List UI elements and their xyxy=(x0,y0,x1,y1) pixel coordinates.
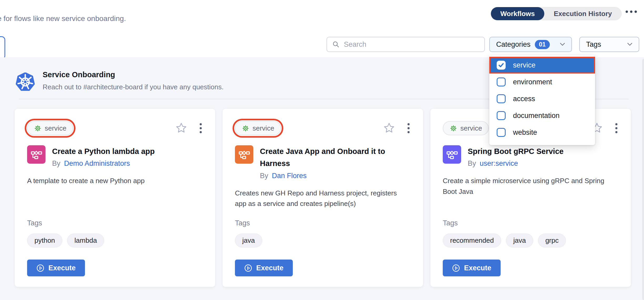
tags-filter-label: Tags xyxy=(586,40,601,49)
tab-workflows[interactable]: Workflows xyxy=(491,7,544,20)
workflow-icon xyxy=(443,145,461,164)
tab-execution-history[interactable]: Execution History xyxy=(544,7,621,20)
view-toggle: Workflows Execution History xyxy=(491,7,622,20)
checkbox[interactable] xyxy=(497,111,506,120)
section-title: Service Onboarding xyxy=(43,70,115,79)
vertical-scrollbar-thumb[interactable] xyxy=(642,59,644,300)
checkbox[interactable] xyxy=(497,128,506,137)
author-link[interactable]: Dan Flores xyxy=(272,172,307,180)
workflow-description: Create a simple microservice using gRPC … xyxy=(443,175,611,197)
byline-label: By xyxy=(260,172,268,180)
category-option-label: access xyxy=(513,95,535,103)
tags-label: Tags xyxy=(443,219,618,227)
chevron-down-icon xyxy=(621,43,632,46)
categories-filter-label: Categories xyxy=(496,40,531,49)
tag-chip[interactable]: java xyxy=(506,234,533,247)
tag-chip[interactable]: java xyxy=(235,234,262,247)
categories-dropdown: service environment access documentation… xyxy=(489,55,595,145)
execute-button-label: Execute xyxy=(48,264,76,272)
category-badge[interactable]: service xyxy=(27,121,73,135)
category-badge-label: service xyxy=(45,124,66,132)
workflow-title: Create a Python lambda app xyxy=(52,145,155,157)
search-icon xyxy=(332,41,340,48)
gear-icon xyxy=(34,125,42,132)
execute-button[interactable]: Execute xyxy=(27,260,85,276)
tag-row: recommendedjavagrpc xyxy=(443,234,618,247)
partial-left-button[interactable] xyxy=(0,36,5,59)
execute-button[interactable]: Execute xyxy=(443,260,501,276)
workflow-card: service xyxy=(15,109,215,287)
workflow-icon xyxy=(27,145,46,164)
workflow-card: service xyxy=(223,109,423,287)
search-box[interactable] xyxy=(326,37,485,52)
tag-chip[interactable]: python xyxy=(27,234,62,247)
play-circle-icon xyxy=(36,264,44,272)
tag-chip[interactable]: recommended xyxy=(443,234,501,247)
section-subtitle: Reach out to #architecture-board if you … xyxy=(43,83,224,91)
workflow-title: Spring Boot gRPC Service xyxy=(468,145,564,157)
execute-button[interactable]: Execute xyxy=(235,260,293,276)
tag-row: java xyxy=(235,234,411,247)
category-option-label: service xyxy=(513,61,536,69)
category-option[interactable]: access xyxy=(489,90,595,107)
workflow-icon xyxy=(235,145,253,164)
kebab-menu-icon[interactable] xyxy=(614,122,618,134)
category-option-label: website xyxy=(513,128,537,137)
execute-button-label: Execute xyxy=(256,264,284,272)
category-option[interactable]: environment xyxy=(489,74,595,90)
play-circle-icon xyxy=(244,264,252,272)
gear-icon xyxy=(242,125,249,132)
category-option-label: documentation xyxy=(513,112,560,120)
byline-label: By xyxy=(468,159,476,168)
tag-chip[interactable]: grpc xyxy=(538,234,566,247)
tag-row: pythonlambda xyxy=(27,234,203,247)
category-badge-wrap: service xyxy=(235,121,281,135)
workflow-title: Create Java App and Onboard it to Harnes… xyxy=(260,145,411,170)
page-subtitle-partial: e for flows like new service onboarding. xyxy=(0,14,126,23)
category-option[interactable]: service xyxy=(489,57,595,74)
byline-label: By xyxy=(52,159,61,168)
tags-filter-button[interactable]: Tags xyxy=(579,37,639,52)
checkbox[interactable] xyxy=(497,61,506,70)
tag-chip[interactable]: lambda xyxy=(67,234,104,247)
more-menu-icon[interactable] xyxy=(626,11,637,13)
category-badge[interactable]: service xyxy=(443,121,489,135)
category-badge-wrap: service xyxy=(27,121,73,135)
category-badge-label: service xyxy=(460,124,482,132)
kebab-menu-icon[interactable] xyxy=(199,122,203,134)
workflow-description: A template to create a new Python app xyxy=(27,175,195,186)
tags-label: Tags xyxy=(27,219,203,227)
star-icon[interactable] xyxy=(175,122,187,134)
author-link[interactable]: user:service xyxy=(480,159,518,168)
category-badge-wrap: service xyxy=(443,121,489,135)
workflow-description: Creates new GH Repo and Harness project,… xyxy=(235,188,403,209)
categories-filter-button[interactable]: Categories 01 xyxy=(489,37,572,52)
checkbox[interactable] xyxy=(497,94,506,103)
gear-icon xyxy=(450,125,457,132)
play-circle-icon xyxy=(452,264,460,272)
star-icon[interactable] xyxy=(383,122,395,134)
categories-count-badge: 01 xyxy=(535,40,550,49)
search-input[interactable] xyxy=(344,40,479,49)
chevron-down-icon xyxy=(554,43,565,46)
kebab-menu-icon[interactable] xyxy=(406,122,411,134)
execute-button-label: Execute xyxy=(464,264,491,272)
author-link[interactable]: Demo Administrators xyxy=(64,159,130,168)
tags-label: Tags xyxy=(235,219,411,227)
category-badge[interactable]: service xyxy=(235,121,281,135)
category-option-label: environment xyxy=(513,78,552,86)
category-option[interactable]: website xyxy=(489,124,595,141)
kubernetes-icon xyxy=(16,73,35,92)
category-badge-label: service xyxy=(253,124,274,132)
category-option[interactable]: documentation xyxy=(489,107,595,124)
checkbox[interactable] xyxy=(497,77,506,86)
